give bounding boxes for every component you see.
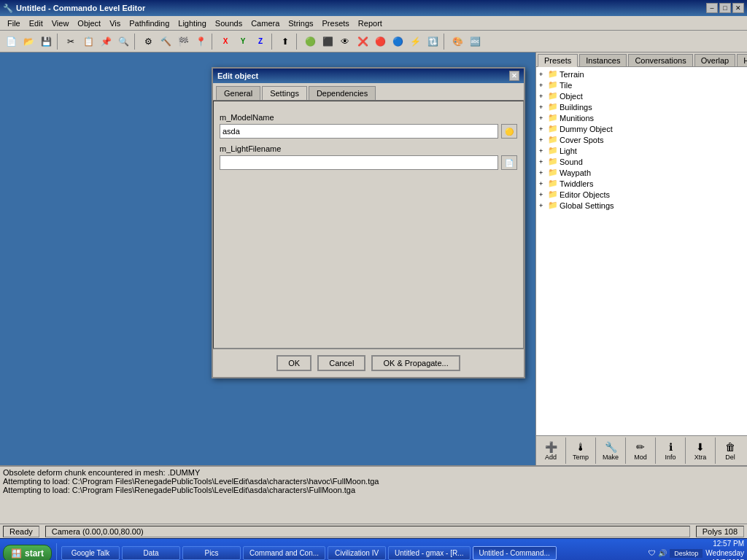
tree-view[interactable]: + 📁 Terrain + 📁 Tile + 📁 Object + 📁 Buil… bbox=[536, 67, 747, 435]
tree-expand-icon[interactable]: + bbox=[539, 180, 548, 187]
menu-strings[interactable]: Strings bbox=[284, 18, 317, 29]
start-button[interactable]: 🪟 start bbox=[3, 545, 52, 561]
menu-presets[interactable]: Presets bbox=[318, 18, 354, 29]
tool13[interactable]: ❌ bbox=[355, 34, 371, 50]
rtool-temp-button[interactable]: 🌡Temp bbox=[568, 440, 594, 462]
tree-item-waypath[interactable]: + 📁 Waypath bbox=[538, 167, 746, 178]
ok-button[interactable]: OK bbox=[276, 355, 311, 371]
tree-expand-icon[interactable]: + bbox=[539, 202, 548, 209]
tree-item-terrain[interactable]: + 📁 Terrain bbox=[538, 69, 746, 79]
new-button[interactable]: 📄 bbox=[3, 34, 19, 50]
taskbar-item-0[interactable]: Google Talk bbox=[61, 546, 120, 560]
menu-view[interactable]: View bbox=[47, 18, 74, 29]
right-tab-overlap[interactable]: Overlap bbox=[694, 54, 736, 66]
menu-file[interactable]: File bbox=[3, 18, 25, 29]
minimize-button[interactable]: – bbox=[706, 3, 718, 13]
taskbar-item-3[interactable]: Command and Con... bbox=[243, 546, 325, 560]
menu-vis[interactable]: Vis bbox=[105, 18, 125, 29]
tree-item-cover-spots[interactable]: + 📁 Cover Spots bbox=[538, 134, 746, 145]
taskbar-item-1[interactable]: Data bbox=[122, 546, 180, 560]
dialog-scroll-area[interactable]: m_ModelName🟡m_LightFilename📄 bbox=[213, 101, 524, 349]
tool12[interactable]: 👁 bbox=[337, 34, 353, 50]
axis-z[interactable]: Z bbox=[252, 34, 268, 50]
tool16[interactable]: ⚡ bbox=[407, 34, 423, 50]
tree-item-twiddlers[interactable]: + 📁 Twiddlers bbox=[538, 178, 746, 189]
tree-expand-icon[interactable]: + bbox=[539, 191, 548, 198]
tree-expand-icon[interactable]: + bbox=[539, 93, 548, 100]
taskbar-item-6[interactable]: Untitled - Command... bbox=[473, 546, 557, 560]
tool8[interactable]: 📍 bbox=[193, 34, 209, 50]
cancel-button[interactable]: Cancel bbox=[317, 355, 365, 371]
tree-item-tile[interactable]: + 📁 Tile bbox=[538, 79, 746, 90]
maximize-button[interactable]: □ bbox=[719, 3, 731, 13]
cut-button[interactable]: ✂ bbox=[63, 34, 79, 50]
menu-pathfinding[interactable]: Pathfinding bbox=[125, 18, 174, 29]
dialog-tab-general[interactable]: General bbox=[216, 86, 260, 100]
menu-report[interactable]: Report bbox=[354, 18, 387, 29]
ok-propagate-button[interactable]: OK & Propagate... bbox=[371, 355, 460, 371]
tree-expand-icon[interactable]: + bbox=[539, 147, 548, 155]
tree-expand-icon[interactable]: + bbox=[539, 125, 548, 133]
right-tab-heightfield[interactable]: Heightfield bbox=[737, 54, 747, 66]
field-browse-button-0[interactable]: 🟡 bbox=[501, 124, 517, 139]
right-tab-instances[interactable]: Instances bbox=[579, 54, 627, 66]
menu-sounds[interactable]: Sounds bbox=[211, 18, 247, 29]
tool17[interactable]: 🔃 bbox=[425, 34, 441, 50]
rtool-info-button[interactable]: ℹInfo bbox=[657, 440, 684, 462]
rtool-xtra-button[interactable]: ⬇Xtra bbox=[687, 440, 713, 462]
field-input-m-lightfilename[interactable] bbox=[220, 155, 498, 170]
taskbar-item-2[interactable]: Pics bbox=[182, 546, 241, 560]
tree-expand-icon[interactable]: + bbox=[539, 158, 548, 166]
dialog-close-button[interactable]: ✕ bbox=[509, 71, 519, 81]
right-tab-conversations[interactable]: Conversations bbox=[628, 54, 692, 66]
tree-item-sound[interactable]: + 📁 Sound bbox=[538, 156, 746, 167]
tree-expand-icon[interactable]: + bbox=[539, 114, 548, 122]
tree-item-munitions[interactable]: + 📁 Munitions bbox=[538, 112, 746, 123]
copy-button[interactable]: 📋 bbox=[80, 34, 96, 50]
menu-camera[interactable]: Camera bbox=[247, 18, 284, 29]
rtool-add-button[interactable]: ➕Add bbox=[538, 440, 564, 462]
tree-item-object[interactable]: + 📁 Object bbox=[538, 90, 746, 101]
tree-item-global-settings[interactable]: + 📁 Global Settings bbox=[538, 200, 746, 211]
dialog-tab-dependencies[interactable]: Dependencies bbox=[309, 86, 376, 100]
tool18[interactable]: 🎨 bbox=[449, 34, 465, 50]
menu-object[interactable]: Object bbox=[73, 18, 105, 29]
tool15[interactable]: 🔵 bbox=[390, 34, 406, 50]
tool11[interactable]: ⬛ bbox=[320, 34, 336, 50]
desktop-button[interactable]: Desktop bbox=[670, 549, 703, 558]
tree-expand-icon[interactable]: + bbox=[539, 82, 548, 89]
tree-expand-icon[interactable]: + bbox=[539, 136, 548, 144]
tool14[interactable]: 🔴 bbox=[372, 34, 388, 50]
save-button[interactable]: 💾 bbox=[38, 34, 54, 50]
menu-lighting[interactable]: Lighting bbox=[174, 18, 211, 29]
tool4[interactable]: 🔍 bbox=[115, 34, 131, 50]
tree-item-dummy-object[interactable]: + 📁 Dummy Object bbox=[538, 123, 746, 134]
taskbar-item-5[interactable]: Untitled - gmax - [R... bbox=[388, 546, 470, 560]
menu-edit[interactable]: Edit bbox=[25, 18, 47, 29]
status-polys: Polys 108 bbox=[696, 526, 744, 537]
taskbar-item-4[interactable]: Civilization IV bbox=[328, 546, 386, 560]
tree-expand-icon[interactable]: + bbox=[539, 104, 548, 111]
tree-item-buildings[interactable]: + 📁 Buildings bbox=[538, 101, 746, 112]
tree-expand-icon[interactable]: + bbox=[539, 71, 548, 78]
tree-item-light[interactable]: + 📁 Light bbox=[538, 145, 746, 156]
field-input-m-modelname[interactable] bbox=[220, 124, 498, 139]
axis-x[interactable]: X bbox=[217, 34, 233, 50]
paste-button[interactable]: 📌 bbox=[98, 34, 114, 50]
tree-expand-icon[interactable]: + bbox=[539, 169, 548, 176]
tree-item-editor-objects[interactable]: + 📁 Editor Objects bbox=[538, 189, 746, 200]
tool5[interactable]: ⚙ bbox=[140, 34, 156, 50]
field-browse-button-1[interactable]: 📄 bbox=[501, 155, 517, 170]
open-button[interactable]: 📂 bbox=[20, 34, 36, 50]
dialog-tab-settings[interactable]: Settings bbox=[262, 86, 307, 100]
axis-y[interactable]: Y bbox=[235, 34, 251, 50]
tool10[interactable]: 🟢 bbox=[302, 34, 318, 50]
close-button[interactable]: ✕ bbox=[732, 3, 744, 13]
right-tab-presets[interactable]: Presets bbox=[538, 54, 578, 67]
tool7[interactable]: 🏁 bbox=[175, 34, 191, 50]
tool9[interactable]: ⬆ bbox=[277, 34, 293, 50]
tool6[interactable]: 🔨 bbox=[158, 34, 174, 50]
tool19[interactable]: 🔤 bbox=[467, 34, 483, 50]
editor-area[interactable]: Edit object ✕ GeneralSettingsDependencie… bbox=[0, 52, 535, 465]
rtool-del-button[interactable]: 🗑Del bbox=[717, 440, 743, 462]
